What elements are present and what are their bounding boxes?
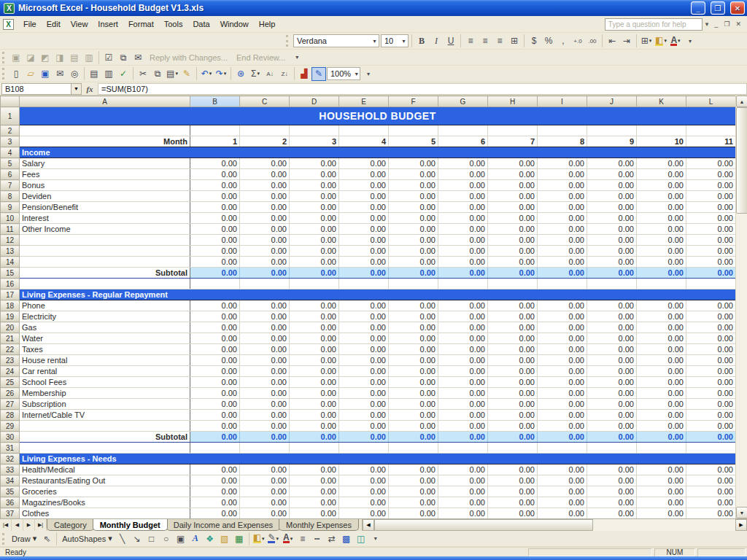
- cell-A12[interactable]: [20, 235, 190, 246]
- cell-I6[interactable]: 0.00: [538, 169, 587, 180]
- column-header-K[interactable]: K: [637, 96, 686, 107]
- cell-L5[interactable]: 0.00: [686, 158, 736, 169]
- align-left-button[interactable]: ≡: [463, 34, 478, 48]
- column-header-F[interactable]: F: [389, 96, 438, 107]
- cell-B5[interactable]: 0.00: [190, 158, 240, 169]
- cell-L24[interactable]: 0.00: [686, 366, 736, 377]
- cut-icon[interactable]: ✂: [136, 67, 150, 81]
- cell-H5[interactable]: 0.00: [488, 158, 538, 169]
- cell-I27[interactable]: 0.00: [538, 399, 587, 410]
- cell-D26[interactable]: 0.00: [290, 388, 339, 399]
- threed-style-button[interactable]: ◫: [354, 532, 368, 545]
- cell-C20[interactable]: 0.00: [240, 322, 290, 333]
- cell-L15[interactable]: 0.00: [686, 268, 736, 279]
- cell-J30[interactable]: 0.00: [587, 432, 637, 443]
- tab-scroll-first-icon[interactable]: |◀: [0, 519, 12, 531]
- toolbar-options-button[interactable]: ▾: [290, 50, 304, 64]
- cell-L37[interactable]: 0.00: [686, 508, 736, 519]
- menu-format[interactable]: Format: [123, 18, 159, 31]
- cell-H22[interactable]: 0.00: [488, 344, 538, 355]
- scroll-up-icon[interactable]: ▲: [736, 96, 747, 107]
- cell-G28[interactable]: 0.00: [438, 410, 488, 421]
- cell-E36[interactable]: 0.00: [339, 497, 389, 508]
- section-cell[interactable]: Living Expenses - Regular Repayment: [20, 289, 736, 300]
- cell-E14[interactable]: 0.00: [339, 257, 389, 268]
- diagram-icon[interactable]: ❖: [203, 532, 217, 545]
- cell-B3[interactable]: 1: [190, 136, 240, 147]
- row-header-11[interactable]: 11: [1, 224, 20, 235]
- cell-E11[interactable]: 0.00: [339, 224, 389, 235]
- cell-D14[interactable]: 0.00: [290, 257, 339, 268]
- cell-L3[interactable]: 11: [686, 136, 736, 147]
- cell-A26[interactable]: Membership: [20, 388, 190, 399]
- align-right-button[interactable]: ≡: [492, 34, 507, 48]
- cell-D33[interactable]: 0.00: [290, 464, 339, 475]
- cell-J2[interactable]: [587, 125, 637, 136]
- cell-L19[interactable]: 0.00: [686, 311, 736, 322]
- cell-E2[interactable]: [339, 125, 389, 136]
- horizontal-scroll-track[interactable]: [374, 519, 735, 531]
- cell-J31[interactable]: [587, 443, 637, 454]
- cell-L13[interactable]: 0.00: [686, 246, 736, 257]
- cell-D21[interactable]: 0.00: [290, 333, 339, 344]
- cell-D24[interactable]: 0.00: [290, 366, 339, 377]
- cell-F29[interactable]: 0.00: [389, 421, 438, 432]
- cell-F16[interactable]: [389, 279, 438, 289]
- cell-D6[interactable]: 0.00: [290, 169, 339, 180]
- cell-H2[interactable]: [488, 125, 538, 136]
- autosum-button[interactable]: Σ▾: [248, 67, 263, 81]
- cell-E34[interactable]: 0.00: [339, 475, 389, 486]
- cell-K3[interactable]: 10: [637, 136, 686, 147]
- cell-A27[interactable]: Subscription: [20, 399, 190, 410]
- cell-F31[interactable]: [389, 443, 438, 454]
- column-header-I[interactable]: I: [538, 96, 587, 107]
- cell-L12[interactable]: 0.00: [686, 235, 736, 246]
- row-header-34[interactable]: 34: [1, 475, 20, 486]
- cell-D23[interactable]: 0.00: [290, 355, 339, 366]
- cell-C2[interactable]: [240, 125, 290, 136]
- cell-C27[interactable]: 0.00: [240, 399, 290, 410]
- column-header-D[interactable]: D: [290, 96, 339, 107]
- cell-D37[interactable]: 0.00: [290, 508, 339, 519]
- cell-K12[interactable]: 0.00: [637, 235, 686, 246]
- cell-J37[interactable]: 0.00: [587, 508, 637, 519]
- row-header-25[interactable]: 25: [1, 377, 20, 388]
- cell-A14[interactable]: [20, 257, 190, 268]
- cell-J33[interactable]: 0.00: [587, 464, 637, 475]
- cell-H35[interactable]: 0.00: [488, 486, 538, 497]
- cell-C36[interactable]: 0.00: [240, 497, 290, 508]
- cell-C34[interactable]: 0.00: [240, 475, 290, 486]
- cell-C21[interactable]: 0.00: [240, 333, 290, 344]
- cell-I31[interactable]: [538, 443, 587, 454]
- cell-J18[interactable]: 0.00: [587, 300, 637, 311]
- cell-J26[interactable]: 0.00: [587, 388, 637, 399]
- select-objects-icon[interactable]: ⇖: [39, 532, 54, 545]
- cell-A2[interactable]: [20, 125, 190, 136]
- cell-C31[interactable]: [240, 443, 290, 454]
- cell-A21[interactable]: Water: [20, 333, 190, 344]
- chevron-down-icon[interactable]: ▼: [398, 39, 406, 44]
- column-header-B[interactable]: B: [190, 96, 240, 107]
- row-header-7[interactable]: 7: [1, 180, 20, 191]
- cell-H18[interactable]: 0.00: [488, 300, 538, 311]
- scroll-right-icon[interactable]: ▶: [735, 519, 747, 531]
- cell-E37[interactable]: 0.00: [339, 508, 389, 519]
- cell-F12[interactable]: 0.00: [389, 235, 438, 246]
- cell-B8[interactable]: 0.00: [190, 191, 240, 202]
- menu-view[interactable]: View: [66, 18, 93, 31]
- cell-F22[interactable]: 0.00: [389, 344, 438, 355]
- bold-button[interactable]: B: [414, 34, 429, 48]
- cell-B35[interactable]: 0.00: [190, 486, 240, 497]
- cell-F37[interactable]: 0.00: [389, 508, 438, 519]
- cell-C29[interactable]: 0.00: [240, 421, 290, 432]
- toolbar-options-button[interactable]: ▾: [683, 34, 697, 48]
- cell-G7[interactable]: 0.00: [438, 180, 488, 191]
- cell-I20[interactable]: 0.00: [538, 322, 587, 333]
- font-color-button[interactable]: A▾: [668, 34, 683, 48]
- doc-minimize-button[interactable]: _: [711, 20, 721, 28]
- cell-H19[interactable]: 0.00: [488, 311, 538, 322]
- cell-H25[interactable]: 0.00: [488, 377, 538, 388]
- row-header-35[interactable]: 35: [1, 486, 20, 497]
- menu-edit[interactable]: Edit: [42, 18, 66, 31]
- cell-I2[interactable]: [538, 125, 587, 136]
